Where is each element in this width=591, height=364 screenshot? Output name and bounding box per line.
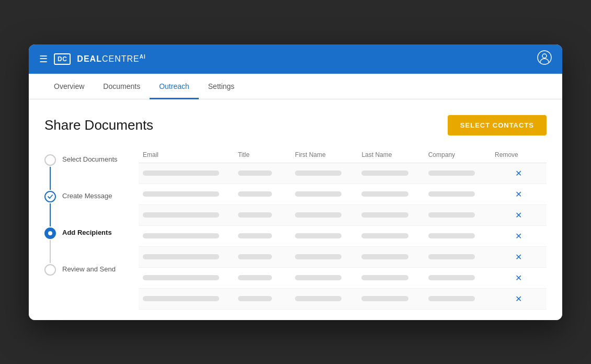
skeleton-company bbox=[428, 212, 475, 218]
skeleton-company bbox=[428, 191, 475, 197]
page-title: Share Documents bbox=[44, 117, 153, 133]
step-select-documents: Select Documents bbox=[44, 154, 139, 191]
svg-point-1 bbox=[542, 54, 547, 58]
step-2-circle bbox=[44, 191, 56, 202]
col-title: Title bbox=[238, 151, 295, 158]
step-add-recipients: Add Recipients bbox=[44, 228, 139, 264]
logo-box: DC bbox=[54, 53, 71, 65]
step-3-indicator bbox=[44, 228, 56, 264]
step-3-circle bbox=[44, 228, 56, 239]
step-1-label: Select Documents bbox=[62, 154, 118, 163]
remove-button[interactable]: ✕ bbox=[495, 273, 542, 283]
nav-item-documents[interactable]: Documents bbox=[94, 74, 150, 99]
remove-button[interactable]: ✕ bbox=[495, 294, 542, 304]
step-3-label: Add Recipients bbox=[62, 228, 112, 236]
table-row: ✕ bbox=[139, 184, 547, 205]
skeleton-title bbox=[238, 170, 272, 176]
page-header: Share Documents SELECT CONTACTS bbox=[44, 115, 547, 135]
skeleton-company bbox=[428, 296, 475, 301]
step-4-indicator bbox=[44, 264, 56, 276]
skeleton-firstname bbox=[295, 275, 342, 280]
remove-button[interactable]: ✕ bbox=[495, 231, 542, 241]
content-area: Select Documents Create Message bbox=[44, 151, 547, 310]
skeleton-title bbox=[238, 233, 272, 238]
skeleton-company bbox=[428, 275, 475, 280]
table-header: Email Title First Name Last Name Company… bbox=[139, 151, 547, 163]
table-row: ✕ bbox=[139, 205, 547, 226]
skeleton-title bbox=[238, 254, 272, 259]
skeleton-email bbox=[143, 275, 219, 280]
skeleton-lastname bbox=[361, 254, 408, 259]
skeleton-firstname bbox=[295, 212, 342, 218]
nav-item-outreach[interactable]: Outreach bbox=[150, 74, 199, 99]
skeleton-email bbox=[143, 296, 219, 301]
step-1-line bbox=[50, 167, 51, 190]
col-firstname: First Name bbox=[295, 151, 361, 158]
skeleton-title bbox=[238, 296, 272, 301]
step-4-label: Review and Send bbox=[62, 264, 116, 273]
remove-button[interactable]: ✕ bbox=[495, 189, 542, 199]
skeleton-firstname bbox=[295, 296, 342, 301]
main-content: Share Documents SELECT CONTACTS Select D… bbox=[29, 99, 562, 320]
skeleton-lastname bbox=[361, 191, 408, 197]
remove-button[interactable]: ✕ bbox=[495, 168, 542, 178]
col-company: Company bbox=[428, 151, 495, 158]
col-remove: Remove bbox=[495, 151, 542, 158]
skeleton-company bbox=[428, 170, 475, 176]
skeleton-lastname bbox=[361, 170, 408, 176]
recipients-table: Email Title First Name Last Name Company… bbox=[139, 151, 547, 310]
skeleton-email bbox=[143, 170, 219, 176]
table-row: ✕ bbox=[139, 163, 547, 184]
nav-item-settings[interactable]: Settings bbox=[199, 74, 244, 99]
skeleton-lastname bbox=[361, 296, 408, 301]
remove-button[interactable]: ✕ bbox=[495, 210, 542, 220]
col-lastname: Last Name bbox=[361, 151, 428, 158]
app-header: ☰ DC DEALCENTREAI bbox=[29, 44, 562, 74]
skeleton-firstname bbox=[295, 233, 342, 238]
skeleton-lastname bbox=[361, 233, 408, 238]
nav-item-overview[interactable]: Overview bbox=[44, 74, 94, 99]
step-2-label: Create Message bbox=[62, 191, 112, 200]
skeleton-email bbox=[143, 212, 219, 218]
skeleton-email bbox=[143, 233, 219, 238]
app-window: ☰ DC DEALCENTREAI Overview Documents Out… bbox=[29, 44, 562, 320]
header-left: ☰ DC DEALCENTREAI bbox=[39, 53, 146, 65]
table-row: ✕ bbox=[139, 247, 547, 268]
user-icon[interactable] bbox=[537, 50, 552, 68]
step-3-line bbox=[50, 240, 51, 263]
skeleton-firstname bbox=[295, 254, 342, 259]
table-wrapper: Email Title First Name Last Name Company… bbox=[139, 151, 547, 310]
skeleton-company bbox=[428, 233, 475, 238]
skeleton-lastname bbox=[361, 212, 408, 218]
table-row: ✕ bbox=[139, 289, 547, 310]
menu-icon[interactable]: ☰ bbox=[39, 53, 48, 65]
col-email: Email bbox=[143, 151, 238, 158]
svg-point-2 bbox=[48, 231, 52, 235]
table-row: ✕ bbox=[139, 268, 547, 289]
select-contacts-button[interactable]: SELECT CONTACTS bbox=[448, 115, 547, 135]
step-1-circle bbox=[44, 154, 56, 166]
skeleton-title bbox=[238, 275, 272, 280]
step-4-circle bbox=[44, 264, 56, 276]
step-review-send: Review and Send bbox=[44, 264, 139, 276]
skeleton-company bbox=[428, 254, 475, 259]
skeleton-lastname bbox=[361, 275, 408, 280]
svg-point-0 bbox=[538, 51, 551, 64]
step-1-indicator bbox=[44, 154, 56, 191]
stepper: Select Documents Create Message bbox=[44, 151, 139, 310]
step-2-indicator bbox=[44, 191, 56, 228]
skeleton-title bbox=[238, 191, 272, 197]
skeleton-firstname bbox=[295, 191, 342, 197]
table-row: ✕ bbox=[139, 226, 547, 247]
skeleton-firstname bbox=[295, 170, 342, 176]
step-2-line bbox=[50, 203, 51, 226]
remove-button[interactable]: ✕ bbox=[495, 252, 542, 262]
skeleton-title bbox=[238, 212, 272, 218]
brand-name: DEALCENTREAI bbox=[77, 54, 145, 64]
nav-bar: Overview Documents Outreach Settings bbox=[29, 74, 562, 99]
skeleton-email bbox=[143, 254, 219, 259]
skeleton-email bbox=[143, 191, 219, 197]
step-create-message: Create Message bbox=[44, 191, 139, 228]
